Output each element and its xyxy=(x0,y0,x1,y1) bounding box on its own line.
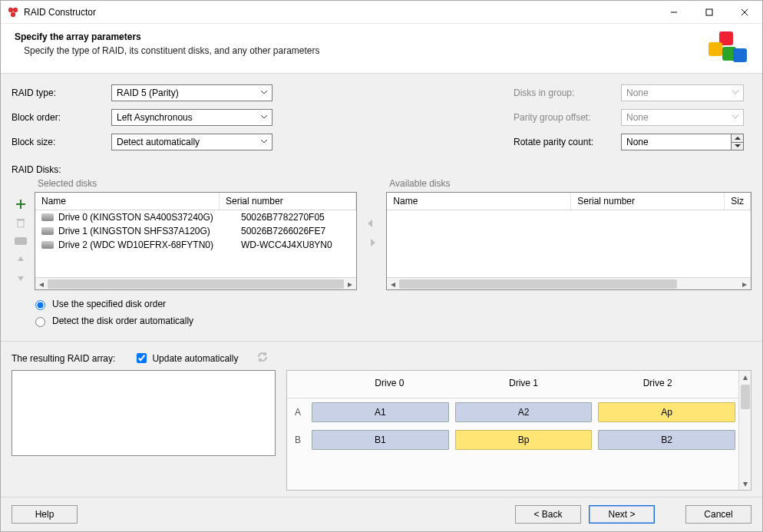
title-bar: RAID Constructor xyxy=(1,1,762,24)
h-scrollbar[interactable]: ◂ ▸ xyxy=(35,277,356,289)
checkbox-label: Update automatically xyxy=(152,353,238,364)
move-up-icon[interactable] xyxy=(15,253,27,266)
disks-in-group-label: Disks in group: xyxy=(514,88,621,98)
selected-disks-list[interactable]: Name Serial number Drive 0 (KINGSTON SA4… xyxy=(35,192,357,290)
move-left-icon[interactable] xyxy=(365,218,378,231)
remove-disk-icon[interactable] xyxy=(15,216,27,229)
grid-row-label: B xyxy=(287,435,309,445)
grid-header: Drive 0Drive 1Drive 2 xyxy=(287,371,738,398)
layout-grid: Drive 0Drive 1Drive 2AA1A2ApBB1BpB2 ▴ ▾ xyxy=(286,370,751,491)
rotate-parity-label: Rotate parity count: xyxy=(514,137,621,147)
chevron-down-icon xyxy=(731,88,740,99)
rotate-parity-spinner[interactable]: None xyxy=(621,134,744,150)
disks-in-group-value: None xyxy=(626,88,649,98)
drive-icon xyxy=(41,227,54,235)
window-title: RAID Constructor xyxy=(24,7,656,18)
add-disk-icon[interactable] xyxy=(15,198,27,210)
scroll-up-icon[interactable]: ▴ xyxy=(739,371,751,383)
selected-toolbar xyxy=(12,178,30,290)
v-scrollbar[interactable]: ▴ ▾ xyxy=(738,371,751,490)
spin-up-icon[interactable] xyxy=(732,134,743,143)
move-down-icon[interactable] xyxy=(15,272,27,284)
col-name[interactable]: Name xyxy=(387,193,571,210)
close-button[interactable] xyxy=(727,1,762,24)
app-window: RAID Constructor Specify the array param… xyxy=(0,0,763,532)
refresh-icon[interactable] xyxy=(256,351,269,365)
disks-area: Selected disks Name Serial number Drive … xyxy=(12,178,751,290)
scroll-right-icon[interactable]: ▸ xyxy=(738,278,751,290)
move-right-icon[interactable] xyxy=(365,237,378,250)
scroll-left-icon[interactable]: ◂ xyxy=(387,278,399,290)
disk-order-radios: Use the specified disk order Detect the … xyxy=(12,298,751,327)
svg-rect-1 xyxy=(706,9,712,15)
table-row[interactable]: Drive 0 (KINGSTON SA400S37240G)50026B778… xyxy=(35,210,356,224)
scroll-thumb[interactable] xyxy=(741,385,750,409)
scroll-right-icon[interactable]: ▸ xyxy=(344,278,356,290)
resulting-label: The resulting RAID array: xyxy=(12,353,115,364)
chevron-down-icon xyxy=(259,137,269,148)
grid-cell: B1 xyxy=(312,430,449,450)
h-scrollbar[interactable]: ◂ ▸ xyxy=(387,277,751,289)
chevron-down-icon xyxy=(259,112,269,124)
disk-icon[interactable] xyxy=(15,235,27,247)
radio-input[interactable] xyxy=(35,317,45,327)
raid-type-value: RAID 5 (Parity) xyxy=(117,88,179,98)
drive-icon xyxy=(41,213,54,221)
radio-label: Use the specified disk order xyxy=(52,299,166,309)
block-order-value: Left Asynchronous xyxy=(117,112,193,123)
col-serial[interactable]: Serial number xyxy=(571,193,725,210)
block-order-select[interactable]: Left Asynchronous xyxy=(111,109,272,126)
divider xyxy=(1,341,762,342)
next-button[interactable]: Next > xyxy=(589,505,655,524)
scroll-down-icon[interactable]: ▾ xyxy=(739,477,751,490)
cancel-button[interactable]: Cancel xyxy=(685,505,751,524)
svg-rect-6 xyxy=(18,220,24,227)
block-size-label: Block size: xyxy=(12,137,111,147)
spin-down-icon[interactable] xyxy=(732,143,743,150)
puzzle-icon xyxy=(707,31,744,62)
table-row[interactable]: Drive 1 (KINGSTON SHFS37A120G)50026B7266… xyxy=(35,224,356,238)
content-area: RAID type: RAID 5 (Parity) Block order: … xyxy=(1,74,762,497)
maximize-button[interactable] xyxy=(692,1,727,24)
available-disks-list[interactable]: Name Serial number Siz ◂ ▸ xyxy=(386,192,751,290)
checkbox-input[interactable] xyxy=(137,353,147,363)
available-disks-panel: Available disks Name Serial number Siz ◂… xyxy=(386,178,751,290)
parity-offset-select: None xyxy=(621,109,744,126)
block-size-value: Detect automatically xyxy=(117,137,200,147)
raid-type-select[interactable]: RAID 5 (Parity) xyxy=(111,84,272,101)
selected-disks-panel: Selected disks Name Serial number Drive … xyxy=(35,178,357,290)
grid-col-header: Drive 0 xyxy=(325,378,454,388)
cell-name: Drive 2 (WDC WD10EFRX-68FYTN0) xyxy=(58,240,236,250)
grid-col-header: Drive 1 xyxy=(460,378,588,388)
block-order-label: Block order: xyxy=(12,112,111,123)
radio-detect-auto[interactable]: Detect the disk order automatically xyxy=(31,315,751,327)
radio-label: Detect the disk order automatically xyxy=(52,316,193,326)
rotate-parity-value: None xyxy=(626,137,649,147)
cell-name: Drive 1 (KINGSTON SHFS37A120G) xyxy=(58,226,236,236)
col-size[interactable]: Siz xyxy=(725,193,751,210)
radio-input[interactable] xyxy=(35,300,45,310)
raid-disks-label: RAID Disks: xyxy=(12,164,751,175)
radio-use-specified[interactable]: Use the specified disk order xyxy=(31,298,751,310)
update-auto-checkbox[interactable]: Update automatically xyxy=(134,351,238,365)
minimize-button[interactable] xyxy=(656,1,692,24)
grid-cell: A1 xyxy=(312,402,449,422)
col-name[interactable]: Name xyxy=(35,193,220,210)
block-size-select[interactable]: Detect automatically xyxy=(111,134,272,150)
help-button[interactable]: Help xyxy=(12,505,78,524)
preview-area: Drive 0Drive 1Drive 2AA1A2ApBB1BpB2 ▴ ▾ xyxy=(12,370,751,491)
back-button[interactable]: < Back xyxy=(515,505,581,524)
chevron-down-icon xyxy=(259,88,269,99)
page-subtitle: Specify the type of RAID, its constituen… xyxy=(24,45,707,56)
selected-caption: Selected disks xyxy=(38,178,357,189)
col-serial[interactable]: Serial number xyxy=(220,193,356,210)
grid-cell: Ap xyxy=(598,402,735,422)
transfer-buttons xyxy=(362,178,382,290)
scroll-left-icon[interactable]: ◂ xyxy=(35,278,48,290)
page-title: Specify the array parameters xyxy=(15,31,707,42)
result-textbox[interactable] xyxy=(12,370,276,456)
cell-serial: 50026B7782270F05 xyxy=(241,212,350,223)
chevron-down-icon xyxy=(731,112,740,124)
resulting-header: The resulting RAID array: Update automat… xyxy=(12,351,751,365)
table-row[interactable]: Drive 2 (WDC WD10EFRX-68FYTN0)WD-WCC4J4X… xyxy=(35,238,356,252)
